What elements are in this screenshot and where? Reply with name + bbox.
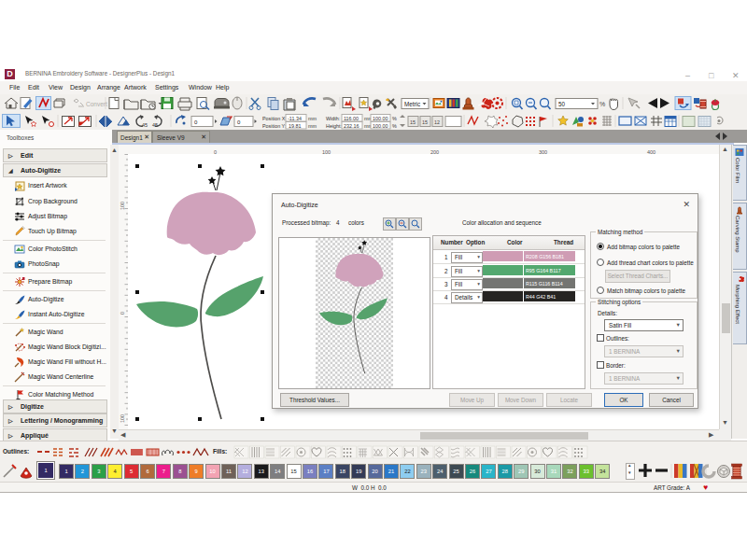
svg-text:45: 45: [152, 122, 158, 128]
svg-text:mm: mm: [308, 116, 317, 121]
svg-text:15: 15: [422, 119, 428, 125]
svg-text:%: %: [599, 101, 605, 107]
svg-text:mm: mm: [308, 123, 317, 129]
svg-text:%: %: [392, 123, 397, 129]
svg-text:116.00: 116.00: [344, 116, 359, 121]
svg-text:100: 100: [120, 202, 125, 210]
svg-text:Position Y:: Position Y:: [262, 123, 286, 129]
svg-text:232.16: 232.16: [344, 123, 359, 129]
svg-text:Width:: Width:: [326, 116, 340, 121]
svg-text:100: 100: [120, 414, 125, 423]
svg-text:Convert: Convert: [86, 101, 107, 107]
svg-text:12: 12: [434, 119, 440, 125]
svg-text:100.00: 100.00: [373, 123, 388, 129]
svg-text:100.00: 100.00: [373, 116, 388, 121]
svg-text:Height:: Height:: [326, 123, 342, 129]
svg-text:15: 15: [410, 119, 416, 125]
svg-text:Metric: Metric: [404, 101, 420, 107]
svg-text:19.81: 19.81: [289, 123, 302, 129]
svg-text:0: 0: [120, 312, 125, 315]
svg-text:50: 50: [558, 101, 566, 107]
svg-text:Position X:: Position X:: [262, 116, 287, 121]
svg-text:-11.34: -11.34: [288, 116, 302, 121]
svg-text:%: %: [392, 116, 397, 121]
svg-text:45: 45: [142, 122, 148, 128]
